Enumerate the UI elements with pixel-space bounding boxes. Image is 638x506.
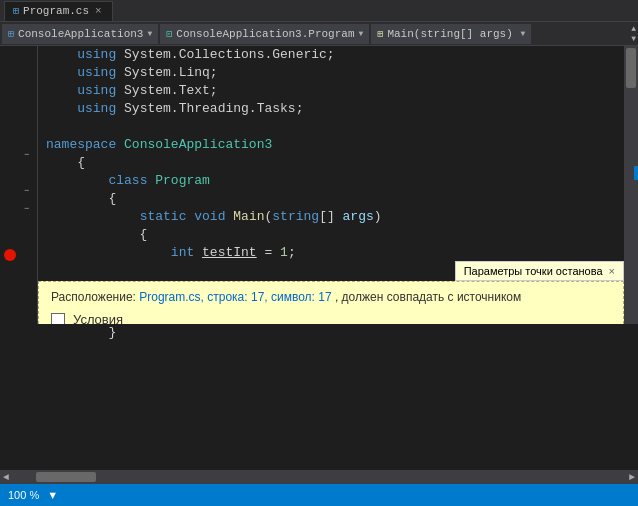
code-line: { xyxy=(46,226,624,244)
code-line: class Program xyxy=(46,172,624,190)
code-continuation: } xyxy=(0,324,638,344)
breakpoint-panel: Расположение: Program.cs, строка: 17, си… xyxy=(38,281,624,324)
scroll-right-icon[interactable]: ► xyxy=(626,472,638,483)
namespace-dropdown[interactable]: ⊞ ConsoleApplication3 ▼ xyxy=(2,24,158,44)
method-icon: ⊞ xyxy=(377,28,383,40)
zoom-level: 100 % xyxy=(8,489,39,501)
h-scroll-thumb[interactable] xyxy=(36,472,96,482)
code-line: using System.Collections.Generic; xyxy=(46,46,624,64)
namespace-label: ConsoleApplication3 xyxy=(18,28,143,40)
class-icon: ⊡ xyxy=(166,28,172,40)
breakpoint-dot[interactable] xyxy=(4,249,16,261)
zoom-dropdown-icon[interactable]: ▼ xyxy=(47,489,58,501)
tooltip-label: Параметры точки останова xyxy=(464,265,603,277)
code-line: { xyxy=(46,190,624,208)
bp-location: Расположение: Program.cs, строка: 17, си… xyxy=(51,290,611,304)
collapse-method-icon[interactable]: − xyxy=(24,204,29,214)
code-line: namespace ConsoleApplication3 xyxy=(46,136,624,154)
scroll-buttons[interactable]: ▲ ▼ xyxy=(631,24,636,44)
title-bar: ⊞ Program.cs × xyxy=(0,0,638,22)
chevron-down-icon2: ▼ xyxy=(359,29,364,38)
location-link[interactable]: Program.cs, строка: 17, символ: 17 xyxy=(139,290,331,304)
breakpoint-tooltip: Параметры точки останова × xyxy=(455,261,624,281)
dropdown-bar: ⊞ ConsoleApplication3 ▼ ⊡ ConsoleApplica… xyxy=(0,22,638,46)
vertical-scrollbar[interactable] xyxy=(624,46,638,324)
namespace-icon: ⊞ xyxy=(8,28,14,40)
tooltip-close-button[interactable]: × xyxy=(609,265,615,277)
code-line: int testInt = 1; xyxy=(46,244,624,262)
horizontal-scrollbar[interactable]: ◄ ► xyxy=(0,470,638,484)
location-prefix: Расположение: xyxy=(51,290,136,304)
editor-area: − − − using System.Collections.Generic; … xyxy=(0,46,638,324)
tab-close-button[interactable]: × xyxy=(93,5,104,17)
scroll-down-icon[interactable]: ▼ xyxy=(631,34,636,44)
position-marker xyxy=(634,166,638,180)
collapse-class-icon[interactable]: − xyxy=(24,186,29,196)
class-dropdown[interactable]: ⊡ ConsoleApplication3.Program ▼ xyxy=(160,24,369,44)
method-label: Main(string[] args) xyxy=(387,28,512,40)
status-bar: 100 % ▼ xyxy=(0,484,638,506)
tab-label: Program.cs xyxy=(23,5,89,17)
code-line xyxy=(46,118,624,136)
scroll-left-icon[interactable]: ◄ xyxy=(0,472,12,483)
bp-condition-row: Условия xyxy=(51,312,611,324)
chevron-down-icon: ▼ xyxy=(147,29,152,38)
method-dropdown[interactable]: ⊞ Main(string[] args) ▼ xyxy=(371,24,531,44)
scroll-track[interactable] xyxy=(16,472,622,482)
condition-checkbox[interactable] xyxy=(51,313,65,325)
code-line: static void Main(string[] args) xyxy=(46,208,624,226)
condition-label: Условия xyxy=(73,312,123,324)
code-line: using System.Linq; xyxy=(46,64,624,82)
collapse-namespace-icon[interactable]: − xyxy=(24,150,29,160)
chevron-down-icon3: ▼ xyxy=(521,29,526,38)
scroll-up-icon[interactable]: ▲ xyxy=(631,24,636,34)
location-suffix: , должен совпадать с источником xyxy=(335,290,521,304)
code-line: using System.Text; xyxy=(46,82,624,100)
program-cs-tab[interactable]: ⊞ Program.cs × xyxy=(4,1,113,21)
class-label: ConsoleApplication3.Program xyxy=(176,28,354,40)
gutter: − − − xyxy=(0,46,38,324)
code-line: { xyxy=(46,154,624,172)
scroll-thumb[interactable] xyxy=(626,48,636,88)
code-line: } xyxy=(46,324,116,342)
code-line: using System.Threading.Tasks; xyxy=(46,100,624,118)
file-icon: ⊞ xyxy=(13,5,19,17)
